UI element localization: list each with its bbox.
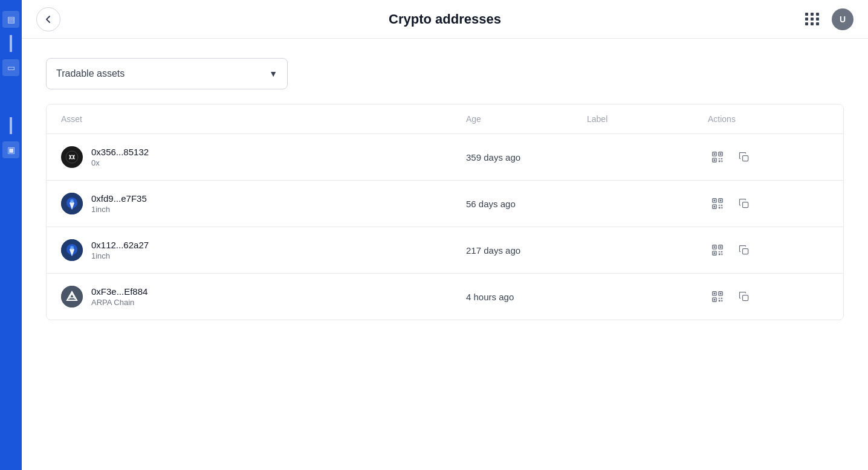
svg-rect-25 [743, 202, 748, 208]
back-button[interactable] [36, 7, 60, 31]
svg-rect-24 [721, 207, 722, 209]
dropdown-label: Tradable assets [56, 68, 125, 79]
tradable-assets-dropdown[interactable]: Tradable assets ▼ [46, 58, 288, 89]
svg-rect-7 [714, 159, 716, 161]
qr-code-button-1[interactable] [708, 147, 727, 167]
sidebar: ▤ ▭ ▣ [0, 0, 22, 470]
sidebar-divider-1 [10, 35, 12, 52]
svg-rect-10 [719, 161, 721, 163]
svg-rect-36 [719, 254, 721, 256]
crypto-addresses-table: Asset Age Label Actions 0x356 [46, 104, 844, 320]
svg-point-14 [70, 199, 74, 203]
age-cell-4: 4 hours ago [466, 292, 587, 302]
qr-code-button-3[interactable] [708, 240, 727, 260]
asset-info-2: 0xfd9...e7F35 1inch [91, 193, 147, 214]
svg-rect-11 [721, 161, 722, 163]
svg-point-0 [66, 151, 78, 163]
asset-info-1: 0x356...85132 0x [91, 147, 149, 167]
asset-address-2: 0xfd9...e7F35 [91, 193, 147, 204]
age-cell-2: 56 days ago [466, 199, 587, 209]
column-header-actions: Actions [708, 114, 829, 124]
asset-address-3: 0x112...62a27 [91, 240, 149, 250]
asset-symbol-3: 1inch [91, 251, 149, 260]
age-cell-1: 359 days ago [466, 152, 587, 163]
column-header-label: Label [587, 114, 708, 124]
asset-cell-1: 0x356...85132 0x [61, 146, 466, 168]
copy-button-2[interactable] [734, 194, 754, 213]
actions-cell-1 [708, 147, 829, 167]
svg-rect-12 [743, 156, 748, 161]
asset-cell-4: 0xF3e...Ef884 ARPA Chain [61, 286, 466, 307]
table-row: 0xF3e...Ef884 ARPA Chain 4 hours ago [47, 274, 843, 320]
svg-rect-50 [721, 300, 722, 302]
svg-rect-42 [714, 293, 716, 295]
sidebar-item-2[interactable]: ▭ [2, 59, 19, 76]
chevron-down-icon: ▼ [269, 69, 277, 79]
asset-address-1: 0x356...85132 [91, 147, 149, 157]
svg-rect-35 [721, 251, 723, 253]
svg-rect-5 [720, 153, 722, 155]
column-header-age: Age [466, 114, 587, 124]
filter-dropdown-wrapper: Tradable assets ▼ [46, 58, 844, 89]
svg-rect-29 [714, 246, 716, 248]
svg-rect-18 [720, 200, 722, 202]
asset-symbol-1: 0x [91, 158, 149, 167]
asset-symbol-2: 1inch [91, 205, 147, 214]
sidebar-divider-2 [10, 117, 12, 134]
svg-rect-33 [714, 253, 716, 254]
svg-rect-22 [721, 205, 723, 206]
age-cell-3: 217 days ago [466, 245, 587, 256]
main-content: Crypto addresses U [22, 0, 868, 470]
svg-rect-3 [714, 153, 716, 155]
svg-rect-48 [721, 298, 723, 299]
svg-rect-34 [719, 251, 720, 253]
asset-info-4: 0xF3e...Ef884 ARPA Chain [91, 286, 147, 307]
svg-rect-23 [719, 207, 721, 209]
header-left [36, 7, 60, 31]
actions-cell-2 [708, 194, 829, 213]
svg-point-27 [70, 246, 74, 249]
content-area: Tradable assets ▼ Asset Age Label Action… [22, 39, 868, 470]
avatar[interactable]: U [832, 8, 853, 30]
actions-cell-4 [708, 287, 829, 306]
copy-button-1[interactable] [734, 147, 754, 167]
svg-rect-49 [719, 300, 721, 302]
svg-point-39 [61, 286, 83, 307]
qr-code-button-4[interactable] [708, 287, 727, 306]
table-header: Asset Age Label Actions [47, 105, 843, 134]
page-title: Crypto addresses [389, 11, 501, 27]
svg-rect-46 [714, 299, 716, 301]
actions-cell-3 [708, 240, 829, 260]
asset-cell-3: 0x112...62a27 1inch [61, 239, 466, 261]
asset-info-3: 0x112...62a27 1inch [91, 240, 149, 260]
header-right: U [800, 7, 853, 31]
svg-rect-16 [714, 200, 716, 202]
sidebar-item-1[interactable]: ▤ [2, 11, 19, 28]
copy-button-3[interactable] [734, 240, 754, 260]
svg-rect-37 [721, 254, 722, 256]
asset-address-4: 0xF3e...Ef884 [91, 286, 147, 297]
svg-rect-21 [719, 205, 720, 206]
svg-rect-20 [714, 206, 716, 208]
qr-code-button-2[interactable] [708, 194, 727, 213]
asset-icon-1inch-b [61, 239, 83, 261]
svg-rect-47 [719, 298, 720, 299]
asset-icon-arpa [61, 286, 83, 307]
table-row: 0xfd9...e7F35 1inch 56 days ago [47, 181, 843, 227]
header: Crypto addresses U [22, 0, 868, 39]
grid-icon [805, 13, 820, 25]
asset-icon-0x [61, 146, 83, 168]
svg-rect-38 [743, 249, 748, 254]
column-header-asset: Asset [61, 114, 466, 124]
asset-symbol-4: ARPA Chain [91, 298, 147, 307]
svg-rect-44 [720, 293, 722, 295]
svg-rect-31 [720, 246, 722, 248]
table-row: 0x356...85132 0x 359 days ago [47, 134, 843, 181]
sidebar-item-3[interactable]: ▣ [2, 141, 19, 158]
copy-button-4[interactable] [734, 287, 754, 306]
svg-rect-9 [721, 158, 723, 159]
asset-cell-2: 0xfd9...e7F35 1inch [61, 193, 466, 214]
table-row: 0x112...62a27 1inch 217 days ago [47, 227, 843, 274]
grid-menu-button[interactable] [800, 7, 824, 31]
svg-rect-8 [719, 158, 720, 159]
